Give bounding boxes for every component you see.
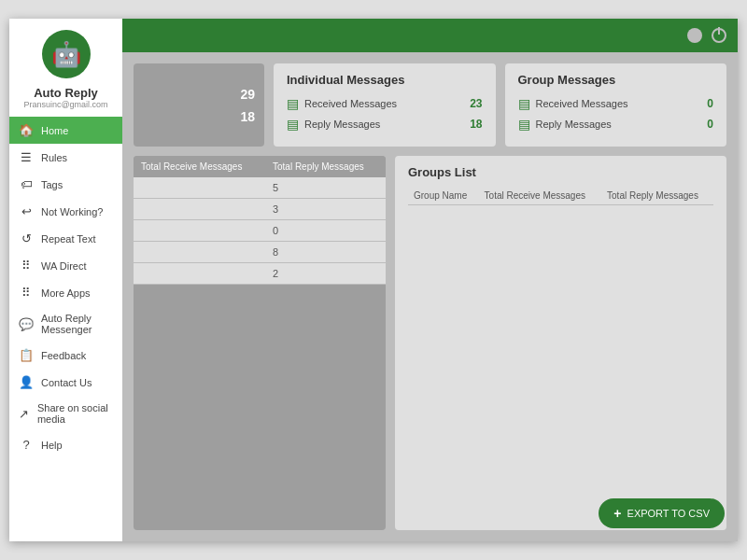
rules-icon: ☰ xyxy=(19,150,34,164)
group-received-count: 0 xyxy=(707,97,713,110)
messages-table: Total Receive Messages Total Reply Messa… xyxy=(134,156,386,285)
table-cell-receive xyxy=(134,242,265,263)
group-name-header: Group Name xyxy=(408,187,479,205)
group-receive-header: Total Receive Messages xyxy=(479,187,601,205)
table-row: 3 xyxy=(134,199,386,220)
group-received-label: Received Messages xyxy=(536,98,628,109)
sidebar-item-help[interactable]: ?Help xyxy=(9,431,122,458)
sidebar-item-wa-direct[interactable]: ⠿WA Direct xyxy=(9,252,122,279)
group-received-icon: ▤ xyxy=(518,96,530,111)
individual-reply-label: Reply Messages xyxy=(304,119,380,130)
repeat-text-icon: ↺ xyxy=(19,231,34,245)
stats-box-left: 29 18 xyxy=(134,63,264,147)
table-cell-receive xyxy=(134,263,265,285)
group-reply-icon: ▤ xyxy=(518,117,530,132)
not-working-label: Not Working? xyxy=(41,206,103,217)
export-csv-button[interactable]: + EXPORT TO CSV xyxy=(599,498,725,528)
reply-msg-icon: ▤ xyxy=(287,117,299,132)
individual-received-label: Received Messages xyxy=(304,98,397,109)
content-area: 29 18 Individual Messages ▤ Received Mes… xyxy=(122,52,738,541)
group-reply-row: ▤ Reply Messages 0 xyxy=(518,117,714,132)
group-messages-card: Group Messages ▤ Received Messages 0 ▤ R… xyxy=(505,63,727,147)
group-reply-count: 0 xyxy=(707,118,713,131)
stats-row: 29 18 Individual Messages ▤ Received Mes… xyxy=(134,63,726,147)
table-cell-receive xyxy=(134,177,265,199)
table-body: 53082 xyxy=(134,177,386,285)
power-icon[interactable] xyxy=(712,28,726,43)
table-header: Total Receive Messages Total Reply Messa… xyxy=(134,156,386,177)
top-bar xyxy=(122,19,738,52)
sidebar-item-rules[interactable]: ☰Rules xyxy=(9,144,122,171)
more-apps-label: More Apps xyxy=(41,287,91,299)
home-label: Home xyxy=(41,125,68,136)
table-row: 5 xyxy=(134,177,386,199)
export-plus-icon: + xyxy=(613,506,621,521)
sidebar-nav: 🏠Home☰Rules🏷Tags↩Not Working?↺Repeat Tex… xyxy=(9,117,122,458)
wa-direct-label: WA Direct xyxy=(41,260,87,272)
table-cell-reply: 5 xyxy=(265,177,386,199)
total-reply-count: 18 xyxy=(143,109,255,124)
sidebar-item-share[interactable]: ↗Share on social media xyxy=(9,396,122,431)
table-cell-receive xyxy=(134,199,265,220)
col-reply-header: Total Reply Messages xyxy=(265,156,386,177)
tags-icon: 🏷 xyxy=(19,177,34,191)
individual-messages-title: Individual Messages xyxy=(287,73,483,87)
tags-label: Tags xyxy=(41,179,63,190)
table-cell-reply: 3 xyxy=(265,199,386,220)
table-cell-reply: 2 xyxy=(265,263,386,285)
more-apps-icon: ⠿ xyxy=(19,286,34,300)
contact-us-icon: 👤 xyxy=(19,375,34,389)
group-received-row: ▤ Received Messages 0 xyxy=(518,96,714,111)
sidebar-item-more-apps[interactable]: ⠿More Apps xyxy=(9,279,122,306)
help-label: Help xyxy=(41,440,63,451)
feedback-label: Feedback xyxy=(41,350,86,361)
sidebar-item-home[interactable]: 🏠Home xyxy=(9,117,122,144)
sidebar-item-feedback[interactable]: 📋Feedback xyxy=(9,342,122,369)
individual-reply-count: 18 xyxy=(470,118,482,131)
total-received-count: 29 xyxy=(143,87,255,102)
groups-table: Group Name Total Receive Messages Total … xyxy=(408,187,713,205)
app-name: Auto Reply xyxy=(34,86,98,100)
table-row: 0 xyxy=(134,220,386,242)
sidebar-item-not-working[interactable]: ↩Not Working? xyxy=(9,198,122,225)
help-icon: ? xyxy=(19,438,34,452)
auto-reply-messenger-label: Auto Reply Messenger xyxy=(41,313,113,335)
wa-direct-icon: ⠿ xyxy=(19,259,34,273)
group-messages-title: Group Messages xyxy=(518,73,714,87)
individual-messages-card: Individual Messages ▤ Received Messages … xyxy=(274,63,496,147)
sidebar-item-repeat-text[interactable]: ↺Repeat Text xyxy=(9,225,122,252)
table-cell-receive xyxy=(134,220,265,242)
main-content: 29 18 Individual Messages ▤ Received Mes… xyxy=(122,19,738,541)
table-cell-reply: 8 xyxy=(265,242,386,263)
share-label: Share on social media xyxy=(37,402,113,425)
col-receive-header: Total Receive Messages xyxy=(134,156,265,177)
share-icon: ↗ xyxy=(19,407,30,421)
auto-reply-messenger-icon: 💬 xyxy=(19,317,34,331)
group-reply-header: Total Reply Messages xyxy=(601,187,713,205)
group-reply-label: Reply Messages xyxy=(536,119,612,130)
sidebar-item-contact-us[interactable]: 👤Contact Us xyxy=(9,369,122,396)
circle-icon[interactable] xyxy=(687,28,702,43)
contact-us-label: Contact Us xyxy=(41,377,92,388)
received-msg-icon: ▤ xyxy=(287,96,299,111)
export-label: EXPORT TO CSV xyxy=(627,508,710,519)
groups-table-header: Group Name Total Receive Messages Total … xyxy=(408,187,713,205)
bottom-row: Total Receive Messages Total Reply Messa… xyxy=(134,156,726,530)
table-row: 8 xyxy=(134,242,386,263)
not-working-icon: ↩ xyxy=(19,204,34,218)
sidebar: 🤖 Auto Reply Pransuinc@gmail.com 🏠Home☰R… xyxy=(9,19,122,541)
messages-table-area: Total Receive Messages Total Reply Messa… xyxy=(134,156,386,530)
groups-list: Groups List Group Name Total Receive Mes… xyxy=(395,156,726,530)
sidebar-item-auto-reply-messenger[interactable]: 💬Auto Reply Messenger xyxy=(9,306,122,342)
table-cell-reply: 0 xyxy=(265,220,386,242)
repeat-text-label: Repeat Text xyxy=(41,233,96,245)
individual-received-row: ▤ Received Messages 23 xyxy=(287,96,483,111)
table-row: 2 xyxy=(134,263,386,285)
sidebar-item-tags[interactable]: 🏷Tags xyxy=(9,171,122,198)
robot-icon: 🤖 xyxy=(51,40,81,69)
user-email: Pransuinc@gmail.com xyxy=(23,100,107,109)
feedback-icon: 📋 xyxy=(19,348,34,362)
groups-list-title: Groups List xyxy=(408,165,713,179)
individual-reply-row: ▤ Reply Messages 18 xyxy=(287,117,483,132)
rules-label: Rules xyxy=(41,152,67,163)
